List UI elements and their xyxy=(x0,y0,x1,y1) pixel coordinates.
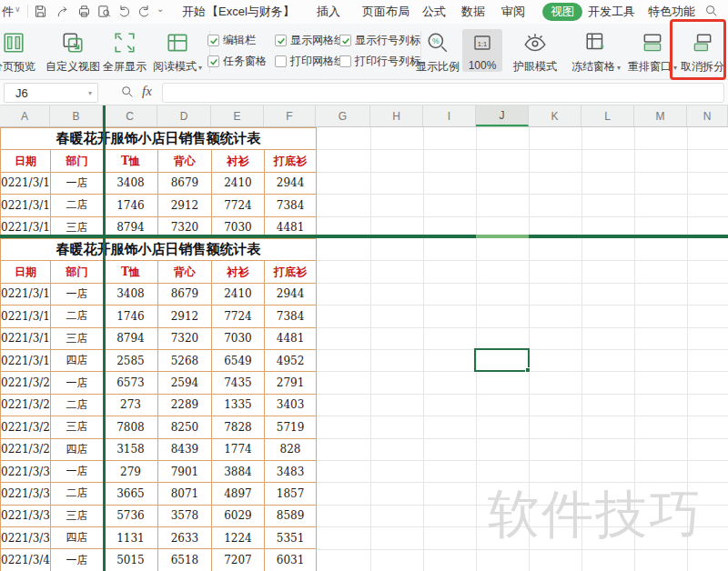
cell[interactable]: 7724 xyxy=(212,195,265,216)
cell[interactable]: 8589 xyxy=(265,505,317,526)
tab-1[interactable]: 开始 xyxy=(182,4,206,20)
cell[interactable]: 0221/3/3 xyxy=(1,505,51,526)
cell[interactable]: 6549 xyxy=(212,349,265,371)
export-icon[interactable] xyxy=(55,4,71,20)
cell[interactable]: 6573 xyxy=(104,372,158,394)
cell[interactable]: 2594 xyxy=(158,372,212,394)
cell[interactable]: 7030 xyxy=(212,216,265,235)
cell[interactable]: 4952 xyxy=(265,349,317,371)
cell[interactable]: 3578 xyxy=(158,505,212,526)
horizontal-split-bar[interactable] xyxy=(0,235,728,238)
cell[interactable]: 0221/3/1 xyxy=(1,172,51,194)
cell[interactable]: 7384 xyxy=(265,306,317,327)
cell[interactable]: 8679 xyxy=(158,172,212,194)
cell[interactable]: 0221/3/1 xyxy=(1,349,51,371)
cell[interactable]: 8794 xyxy=(104,327,158,349)
tab-8[interactable]: 视图 xyxy=(542,3,582,21)
cell[interactable]: 三店 xyxy=(51,216,104,235)
cell[interactable]: 2912 xyxy=(158,306,212,327)
fill-handle[interactable] xyxy=(525,367,531,373)
cell[interactable]: 7030 xyxy=(212,327,265,349)
cell[interactable]: 1746 xyxy=(104,195,158,216)
cell[interactable]: 0221/3/2 xyxy=(1,416,51,438)
checkbox-显示行号列标[interactable]: 显示行号列标 xyxy=(339,33,420,48)
cell[interactable]: 7435 xyxy=(212,372,265,394)
zoom-formula-icon[interactable] xyxy=(120,85,135,103)
cell[interactable]: 1131 xyxy=(104,527,158,549)
cell[interactable]: 5736 xyxy=(104,505,158,526)
checkbox-编辑栏[interactable]: 编辑栏 xyxy=(207,33,256,48)
cell[interactable]: 5268 xyxy=(158,349,212,371)
ribbon-button-分页预览[interactable]: 分页预览 xyxy=(0,29,42,75)
cell[interactable]: 828 xyxy=(265,438,317,460)
cell[interactable]: 二店 xyxy=(51,483,104,505)
tab-3[interactable]: 插入 xyxy=(317,4,340,20)
tab-9[interactable]: 开发工具 xyxy=(588,4,635,20)
cell[interactable]: 2410 xyxy=(212,283,265,305)
cell[interactable]: 一店 xyxy=(51,283,104,305)
column-header-D[interactable]: D xyxy=(157,105,211,126)
cell[interactable]: 四店 xyxy=(51,349,104,371)
cell[interactable]: 四店 xyxy=(51,527,104,549)
ribbon-button-显示比例[interactable]: %显示比例 xyxy=(415,29,460,75)
cell[interactable]: 二店 xyxy=(51,394,104,416)
cell[interactable]: 一店 xyxy=(51,172,104,194)
cell[interactable]: 一店 xyxy=(51,460,104,482)
cell[interactable]: 1224 xyxy=(212,527,265,549)
save-icon[interactable] xyxy=(33,4,49,20)
tab-2[interactable]: 【Excel与财务】 xyxy=(207,4,295,20)
cell[interactable]: 4481 xyxy=(265,216,317,235)
cell[interactable]: 2791 xyxy=(265,372,317,394)
vertical-split-bar[interactable] xyxy=(103,105,106,571)
cell[interactable]: 7207 xyxy=(212,549,265,571)
cell[interactable]: 6518 xyxy=(158,549,212,571)
cell[interactable]: 1746 xyxy=(104,306,158,327)
cell[interactable]: 0221/3/3 xyxy=(1,527,51,549)
column-header-E[interactable]: E xyxy=(211,105,264,126)
ribbon-button-护眼模式[interactable]: 护眼模式 xyxy=(510,29,561,75)
cell[interactable]: 7901 xyxy=(158,460,212,482)
ribbon-button-冻结窗格[interactable]: *冻结窗格 ▾ xyxy=(566,29,626,75)
cell[interactable]: 1774 xyxy=(212,438,265,460)
cell[interactable]: 3408 xyxy=(104,172,158,194)
cell[interactable]: 四店 xyxy=(51,438,104,460)
cell[interactable]: 2944 xyxy=(265,172,317,194)
cell[interactable]: 一店 xyxy=(51,549,104,571)
cell[interactable]: 7724 xyxy=(212,306,265,327)
cell[interactable]: 8071 xyxy=(158,483,212,505)
cell[interactable]: 279 xyxy=(104,460,158,482)
cell[interactable]: 6031 xyxy=(265,549,317,571)
cell[interactable]: 5351 xyxy=(265,527,317,549)
tab-5[interactable]: 公式 xyxy=(422,4,446,20)
cell[interactable]: 8794 xyxy=(104,216,158,235)
cell[interactable]: 7828 xyxy=(212,416,265,438)
column-header-H[interactable]: H xyxy=(370,105,423,126)
checkbox-任务窗格[interactable]: 任务窗格 xyxy=(207,54,267,69)
column-header-I[interactable]: I xyxy=(423,105,476,126)
column-header-C[interactable]: C xyxy=(103,105,157,126)
cell[interactable]: 7808 xyxy=(104,416,158,438)
cell[interactable]: 6029 xyxy=(212,505,265,526)
cell[interactable]: 0221/3/3 xyxy=(1,483,51,505)
cell[interactable]: 2944 xyxy=(265,283,317,305)
cell[interactable]: 7320 xyxy=(158,216,212,235)
cell[interactable]: 4481 xyxy=(265,327,317,349)
cell[interactable]: 0221/3/2 xyxy=(1,394,51,416)
cell[interactable]: 1857 xyxy=(265,483,317,505)
cell[interactable]: 三店 xyxy=(51,327,104,349)
file-menu[interactable]: 件 xyxy=(2,4,14,20)
cell[interactable]: 3158 xyxy=(104,438,158,460)
column-header-F[interactable]: F xyxy=(264,105,316,126)
cell[interactable]: 5015 xyxy=(104,549,158,571)
cell[interactable]: 2410 xyxy=(212,172,265,194)
ribbon-button-全屏显示[interactable]: 全屏显示 xyxy=(97,29,152,75)
cell[interactable]: 0221/3/2 xyxy=(1,372,51,394)
cell[interactable]: 4897 xyxy=(212,483,265,505)
name-box[interactable]: J6 ▾ xyxy=(4,83,98,103)
column-header-M[interactable]: M xyxy=(634,105,687,126)
cell[interactable]: 三店 xyxy=(51,505,104,526)
column-header-K[interactable]: K xyxy=(529,105,581,126)
cell[interactable]: 0221/3/1 xyxy=(1,283,51,305)
cell[interactable]: 5719 xyxy=(265,416,317,438)
cell[interactable]: 0221/3/4 xyxy=(1,549,51,571)
